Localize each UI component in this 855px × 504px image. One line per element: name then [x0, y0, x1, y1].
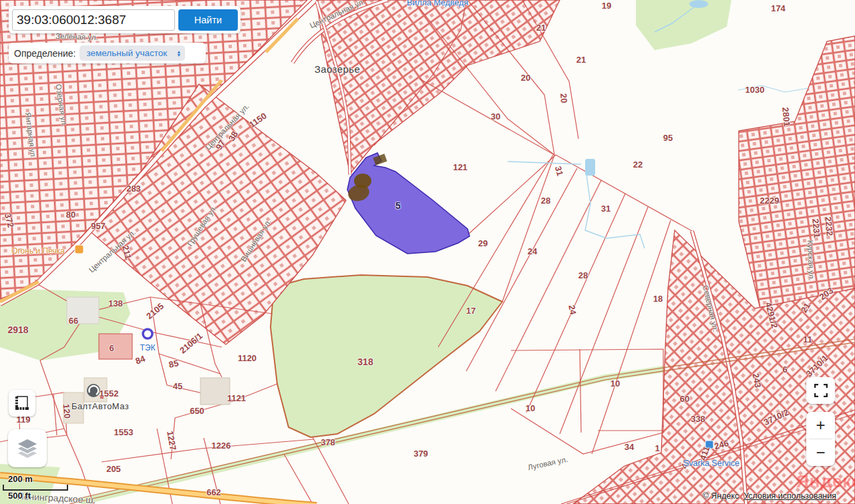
- fullscreen-icon: [814, 384, 828, 397]
- layers-icon: [14, 436, 41, 461]
- car-service-icon: [705, 441, 713, 449]
- definition-label: Определение:: [14, 48, 75, 59]
- definition-select[interactable]: земельный участок ▲▼: [79, 45, 185, 61]
- measure-ruler-button[interactable]: [9, 390, 35, 417]
- map-attribution: © Яндекс Условия использования: [703, 491, 836, 501]
- select-chevrons-icon: ▲▼: [176, 50, 181, 57]
- search-panel: Найти: [9, 6, 240, 33]
- zoom-in-button[interactable]: +: [806, 412, 835, 439]
- definition-selected-value: земельный участок: [86, 48, 167, 58]
- terms-of-use-link[interactable]: Условия использования: [743, 491, 836, 501]
- zoom-out-button[interactable]: −: [806, 439, 835, 466]
- fullscreen-button[interactable]: [806, 377, 835, 404]
- definition-panel: Определение: земельный участок ▲▼: [9, 43, 206, 63]
- map-canvas[interactable]: [0, 0, 855, 504]
- cadastral-map-app: 1921212020301741030280195221213128312229…: [0, 0, 855, 504]
- find-button[interactable]: Найти: [178, 9, 238, 31]
- copyright-text: © Яндекс: [703, 491, 739, 501]
- ruler-icon: [14, 395, 30, 411]
- cadastral-number-input[interactable]: [12, 9, 175, 31]
- layers-button[interactable]: [8, 429, 47, 467]
- zoom-control: + −: [806, 412, 835, 466]
- tek-company-icon: [143, 329, 152, 338]
- stove-shop-icon: [75, 245, 83, 254]
